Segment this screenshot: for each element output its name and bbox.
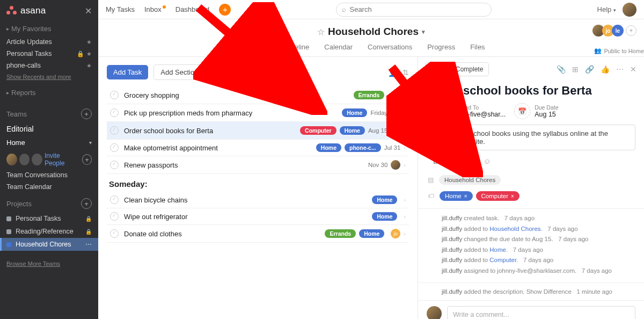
sidebar-project-item[interactable]: Personal Tasks🔒: [0, 212, 98, 225]
sidebar-close-icon[interactable]: ✕: [85, 6, 92, 16]
assigned-to-field[interactable]: jo Assigned To johnny-five@shar...: [428, 103, 506, 119]
sidebar-favorite-item[interactable]: Article Updates★: [0, 36, 98, 48]
task-row[interactable]: Renew passports Nov 30›: [107, 156, 409, 174]
assignee-filter-icon[interactable]: 👤: [388, 68, 397, 77]
sidebar-team-link[interactable]: Team Conversations: [0, 169, 98, 181]
remove-tag-icon[interactable]: ×: [511, 193, 514, 199]
current-user-avatar[interactable]: [623, 3, 636, 17]
complete-checkbox[interactable]: [110, 126, 119, 135]
sidebar-favorite-item[interactable]: Personal Tasks🔒★: [0, 48, 98, 60]
task-row[interactable]: Donate old clothes ErrandsHomejo›: [107, 225, 409, 243]
favorites-header[interactable]: ▸ My Favorites: [0, 21, 98, 36]
task-row[interactable]: Grocery shopping Errandsle›: [107, 86, 409, 104]
complete-checkbox[interactable]: [110, 229, 119, 238]
tag[interactable]: Computer: [300, 126, 336, 135]
mark-complete-button[interactable]: ✓ Mark Complete: [426, 62, 489, 76]
sidebar-project-item[interactable]: Reading/Reference🔒: [0, 225, 98, 238]
tag[interactable]: Home: [342, 108, 367, 117]
subtask-icon[interactable]: ⊞: [572, 65, 579, 74]
project-tab[interactable]: List: [257, 43, 268, 56]
complete-checkbox[interactable]: [110, 91, 119, 99]
more-icon[interactable]: ⋯: [616, 65, 624, 74]
avatar[interactable]: [19, 154, 30, 165]
comment-input[interactable]: Write a comment...: [447, 306, 635, 319]
tag[interactable]: Home: [340, 126, 365, 135]
copy-link-icon[interactable]: 🔗: [585, 65, 594, 74]
bullet-list-icon[interactable]: ☰: [445, 157, 452, 165]
tag[interactable]: phone-c...: [345, 143, 381, 152]
section-someday[interactable]: Someday:: [107, 174, 409, 192]
complete-checkbox[interactable]: [110, 143, 119, 152]
number-list-icon[interactable]: ≡: [458, 157, 463, 165]
assignee-avatar[interactable]: [391, 108, 400, 118]
tag[interactable]: Home: [316, 143, 341, 152]
task-row[interactable]: Order school books for Berta ComputerHom…: [107, 122, 409, 140]
detail-task-title[interactable]: Order school books for Berta: [418, 82, 644, 103]
complete-checkbox[interactable]: [110, 108, 119, 117]
project-pill[interactable]: Household Chores: [439, 175, 501, 185]
mention-icon[interactable]: @: [469, 157, 477, 165]
add-project-button[interactable]: +: [81, 198, 92, 209]
remove-tag-icon[interactable]: ×: [464, 193, 467, 199]
tag-pill[interactable]: Home ×: [440, 191, 473, 201]
complete-checkbox[interactable]: [110, 161, 119, 169]
search-input[interactable]: [349, 5, 486, 13]
complete-checkbox[interactable]: [110, 195, 119, 204]
help-link[interactable]: Help ▾: [597, 5, 616, 13]
sort-icon[interactable]: ⇅: [402, 68, 409, 77]
show-recents-link[interactable]: Show Recents and more: [0, 71, 98, 82]
tag[interactable]: Home: [372, 195, 397, 204]
avatar[interactable]: [6, 154, 17, 165]
nav-dashboard[interactable]: Dashboard: [175, 5, 210, 13]
avatar[interactable]: [32, 154, 42, 165]
team-editorial[interactable]: Editorial: [0, 122, 98, 135]
member-avatar[interactable]: le: [612, 25, 624, 37]
add-team-button[interactable]: +: [81, 108, 92, 119]
nav-my-tasks[interactable]: My Tasks: [106, 5, 135, 13]
complete-checkbox[interactable]: [110, 212, 119, 221]
bold-icon[interactable]: B: [433, 157, 438, 165]
assignee-avatar[interactable]: jo: [391, 229, 400, 238]
sidebar-favorite-item[interactable]: phone-calls★: [0, 60, 98, 71]
chevron-down-icon[interactable]: ▾: [422, 28, 425, 35]
tag[interactable]: Home: [359, 229, 384, 238]
due-date-field[interactable]: 📅 Due Date Aug 15: [514, 103, 558, 119]
project-tab[interactable]: Progress: [427, 43, 455, 56]
project-tab[interactable]: Calendar: [324, 43, 353, 56]
browse-teams-link[interactable]: Browse More Teams: [0, 258, 98, 269]
project-tab[interactable]: Conversations: [368, 43, 412, 56]
projects-header[interactable]: Projects +: [0, 195, 98, 212]
attachment-icon[interactable]: 📎: [557, 65, 566, 74]
task-row[interactable]: Clean bicycle chains Home›: [107, 192, 409, 208]
project-tab[interactable]: Files: [470, 43, 485, 56]
assignee-avatar[interactable]: jo: [391, 126, 400, 135]
sidebar-team-link[interactable]: Team Calendar: [0, 181, 98, 193]
tag-pill[interactable]: Computer ×: [476, 191, 519, 201]
add-task-button[interactable]: Add Task: [107, 65, 148, 79]
nav-inbox[interactable]: Inbox: [144, 5, 166, 13]
close-detail-icon[interactable]: ✕: [630, 65, 636, 74]
project-tab[interactable]: Timeline: [283, 43, 310, 56]
invite-link[interactable]: Invite People: [45, 152, 78, 167]
assignee-avatar[interactable]: le: [391, 90, 400, 100]
description-field[interactable]: ...er Berta's school books using the syl…: [427, 125, 635, 150]
privacy-label[interactable]: 👥 Public to Home: [594, 47, 644, 54]
emoji-icon[interactable]: ☺: [484, 157, 491, 165]
assignee-avatar[interactable]: [391, 160, 400, 170]
star-icon[interactable]: ☆: [317, 27, 325, 37]
global-add-button[interactable]: +: [219, 4, 231, 16]
tag[interactable]: Errands: [325, 229, 356, 238]
add-member-button[interactable]: +: [82, 154, 92, 165]
search-box[interactable]: ⌕: [336, 3, 492, 17]
sidebar-project-item[interactable]: Household Chores⋯: [0, 238, 98, 251]
task-row[interactable]: Pick up prescription meds from pharmacy …: [107, 104, 409, 122]
like-icon[interactable]: 👍: [601, 65, 610, 74]
add-member-button[interactable]: +: [626, 25, 636, 36]
task-row[interactable]: Make optometrist appointment Homephone-c…: [107, 140, 409, 156]
logo[interactable]: asana: [6, 5, 46, 16]
project-title[interactable]: ☆ Household Chores ▾: [317, 26, 425, 38]
task-row[interactable]: Wipe out refrigerator Home›: [107, 208, 409, 225]
reports-header[interactable]: ▸ Reports: [0, 85, 98, 100]
teams-header[interactable]: Teams +: [0, 105, 98, 122]
tag[interactable]: Home: [372, 212, 397, 221]
